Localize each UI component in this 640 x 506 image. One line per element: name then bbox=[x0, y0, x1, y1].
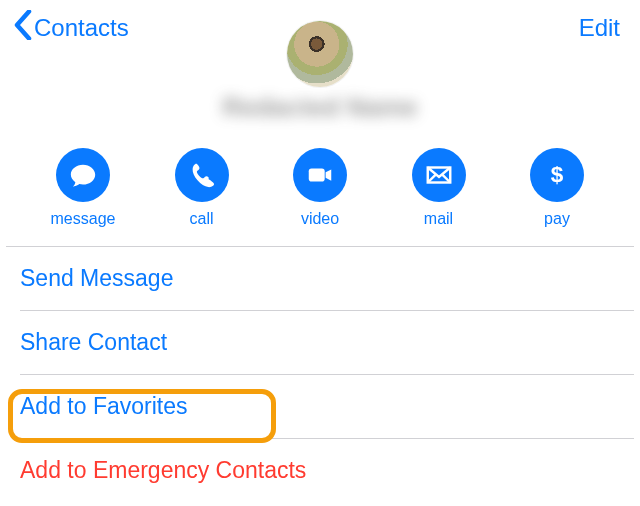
options-list: Send Message Share Contact Add to Favori… bbox=[0, 246, 640, 502]
action-mail[interactable]: mail bbox=[404, 148, 474, 228]
back-label: Contacts bbox=[34, 14, 129, 42]
action-call[interactable]: call bbox=[167, 148, 237, 228]
chevron-left-icon bbox=[14, 10, 32, 46]
option-add-emergency[interactable]: Add to Emergency Contacts bbox=[0, 439, 640, 502]
action-label: mail bbox=[424, 210, 453, 228]
back-button[interactable]: Contacts bbox=[14, 10, 129, 46]
action-label: video bbox=[301, 210, 339, 228]
action-label: message bbox=[51, 210, 116, 228]
dollar-icon: $ bbox=[530, 148, 584, 202]
quick-actions: message call video mail $ pay bbox=[0, 148, 640, 228]
option-share-contact[interactable]: Share Contact bbox=[0, 311, 640, 374]
action-message[interactable]: message bbox=[48, 148, 118, 228]
edit-button[interactable]: Edit bbox=[579, 14, 626, 42]
edit-label: Edit bbox=[579, 14, 620, 41]
action-video[interactable]: video bbox=[285, 148, 355, 228]
contact-name-wrap: Redacted Name bbox=[222, 92, 417, 123]
action-label: pay bbox=[544, 210, 570, 228]
action-label: call bbox=[189, 210, 213, 228]
contact-name: Redacted Name bbox=[222, 92, 417, 123]
video-icon bbox=[293, 148, 347, 202]
svg-rect-0 bbox=[309, 168, 325, 181]
avatar[interactable] bbox=[287, 21, 353, 87]
message-icon bbox=[56, 148, 110, 202]
svg-text:$: $ bbox=[551, 162, 564, 187]
avatar-wrap bbox=[287, 21, 353, 87]
phone-icon bbox=[175, 148, 229, 202]
action-pay[interactable]: $ pay bbox=[522, 148, 592, 228]
option-send-message[interactable]: Send Message bbox=[0, 247, 640, 310]
option-add-favorites[interactable]: Add to Favorites bbox=[0, 375, 640, 438]
mail-icon bbox=[412, 148, 466, 202]
